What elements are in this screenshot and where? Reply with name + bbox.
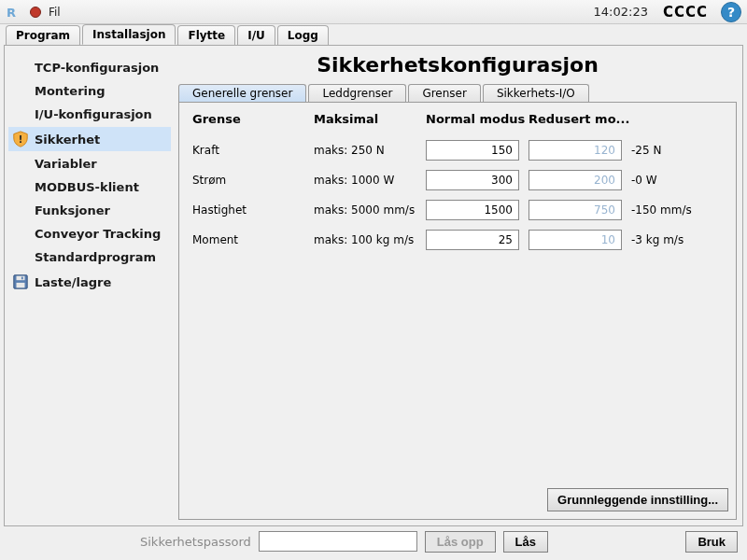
sidebar-item-variabler[interactable]: Variabler: [8, 153, 171, 175]
row-strom: Strøm maks: 1000 W -0 W: [192, 165, 723, 195]
sidebar-item-label: TCP-konfigurasjon: [35, 61, 159, 75]
tab-installasjon[interactable]: Installasjon: [82, 24, 176, 45]
hdr-normal: Normal modus: [426, 112, 529, 126]
tab-iu[interactable]: I/U: [237, 25, 275, 45]
sidebar-item-sikkerhet[interactable]: ! Sikkerhet: [8, 127, 171, 151]
sidebar-item-funksjoner[interactable]: Funksjoner: [8, 200, 171, 221]
sidebar-item-conveyor[interactable]: Conveyor Tracking: [8, 223, 171, 245]
main-content: TCP-konfigurasjon Montering I/U-konfigur…: [4, 45, 743, 526]
menubar: R Fil 14:02:23 CCCC ?: [0, 0, 747, 24]
strom-reduced-input[interactable]: [529, 170, 622, 190]
sidebar-item-tcp[interactable]: TCP-konfigurasjon: [8, 57, 171, 78]
limit-name: Moment: [192, 233, 314, 246]
limits-panel: Grense Maksimal Normal modus Redusert mo…: [178, 102, 737, 520]
sidebar: TCP-konfigurasjon Montering I/U-konfigur…: [5, 46, 175, 525]
hastighet-reduced-input[interactable]: [529, 200, 622, 220]
row-hastighet: Hastighet maks: 5000 mm/s -150 mm/s: [192, 195, 723, 225]
tab-program[interactable]: Program: [6, 25, 80, 45]
limit-name: Hastighet: [192, 203, 314, 217]
unlock-button[interactable]: Lås opp: [425, 531, 496, 553]
sidebar-item-label: Variabler: [35, 157, 97, 171]
password-input[interactable]: [259, 531, 417, 552]
row-kraft: Kraft maks: 250 N -25 N: [192, 135, 723, 165]
clock: 14:02:23: [594, 5, 648, 19]
right-pane: Sikkerhetskonfigurasjon Generelle grense…: [175, 46, 742, 525]
moment-reduced-input[interactable]: [529, 230, 622, 250]
use-button[interactable]: Bruk: [685, 531, 738, 553]
subtabs: Generelle grenser Leddgrenser Grenser Si…: [178, 84, 737, 102]
password-label: Sikkerhetspassord: [140, 535, 251, 549]
limit-extra: -25 N: [631, 144, 706, 157]
sidebar-item-label: Standardprogram: [35, 250, 156, 264]
limit-max: maks: 250 N: [314, 144, 426, 157]
sidebar-item-label: MODBUS-klient: [35, 180, 139, 194]
tab-flytte[interactable]: Flytte: [177, 25, 235, 45]
svg-rect-3: [17, 276, 25, 281]
sidebar-item-label: Laste/lagre: [35, 275, 111, 289]
sidebar-item-standard[interactable]: Standardprogram: [8, 246, 171, 268]
moment-normal-input[interactable]: [426, 230, 519, 250]
disk-icon: [12, 273, 29, 290]
hdr-grense: Grense: [192, 112, 314, 126]
limits-header-row: Grense Maksimal Normal modus Redusert mo…: [192, 112, 723, 126]
shield-icon: !: [12, 131, 29, 147]
subtab-generelle[interactable]: Generelle grenser: [178, 84, 306, 102]
limit-extra: -0 W: [631, 174, 706, 187]
limit-name: Kraft: [192, 144, 314, 157]
basic-settings-button[interactable]: Grunnleggende innstilling...: [547, 488, 728, 511]
row-moment: Moment maks: 100 kg m/s -3 kg m/s: [192, 225, 723, 255]
svg-text:!: !: [19, 134, 23, 145]
sidebar-item-label: Conveyor Tracking: [35, 227, 161, 241]
menu-file[interactable]: Fil: [49, 6, 61, 19]
status-checks: CCCC: [663, 4, 708, 21]
limit-extra: -3 kg m/s: [631, 233, 706, 246]
strom-normal-input[interactable]: [426, 170, 519, 190]
ur-logo: R: [6, 4, 22, 21]
limit-extra: -150 mm/s: [631, 203, 706, 217]
sidebar-item-label: Funksjoner: [35, 203, 110, 217]
sidebar-item-laste-lagre[interactable]: Laste/lagre: [8, 270, 171, 294]
main-tabs: Program Installasjon Flytte I/U Logg: [0, 24, 747, 45]
svg-rect-4: [17, 283, 25, 287]
hdr-redusert: Redusert mo...: [529, 112, 631, 126]
sidebar-item-label: I/U-konfigurasjon: [35, 107, 152, 121]
sidebar-item-label: Montering: [35, 84, 106, 98]
svg-rect-5: [21, 277, 23, 280]
limit-max: maks: 5000 mm/s: [314, 203, 426, 217]
subtab-grenser[interactable]: Grenser: [408, 84, 481, 102]
sidebar-item-modbus[interactable]: MODBUS-klient: [8, 176, 171, 198]
svg-text:R: R: [7, 6, 16, 20]
footer: Sikkerhetspassord Lås opp Lås Bruk: [0, 526, 747, 556]
limit-name: Strøm: [192, 174, 314, 187]
sidebar-item-label: Sikkerhet: [35, 133, 100, 147]
kraft-normal-input[interactable]: [426, 140, 519, 161]
status-dot-icon: [30, 7, 41, 18]
subtab-sikkerhets-io[interactable]: Sikkerhets-I/O: [483, 84, 589, 102]
page-title: Sikkerhetskonfigurasjon: [178, 53, 737, 77]
limit-max: maks: 1000 W: [314, 174, 426, 187]
hastighet-normal-input[interactable]: [426, 200, 519, 220]
tab-logg[interactable]: Logg: [277, 25, 329, 45]
sidebar-item-montering[interactable]: Montering: [8, 80, 171, 102]
limit-max: maks: 100 kg m/s: [314, 233, 426, 246]
subtab-ledd[interactable]: Leddgrenser: [308, 84, 406, 102]
sidebar-item-iu-konfig[interactable]: I/U-konfigurasjon: [8, 104, 171, 125]
lock-button[interactable]: Lås: [503, 531, 548, 553]
hdr-maksimal: Maksimal: [314, 112, 426, 126]
kraft-reduced-input[interactable]: [529, 140, 622, 161]
help-icon[interactable]: ?: [721, 2, 741, 22]
